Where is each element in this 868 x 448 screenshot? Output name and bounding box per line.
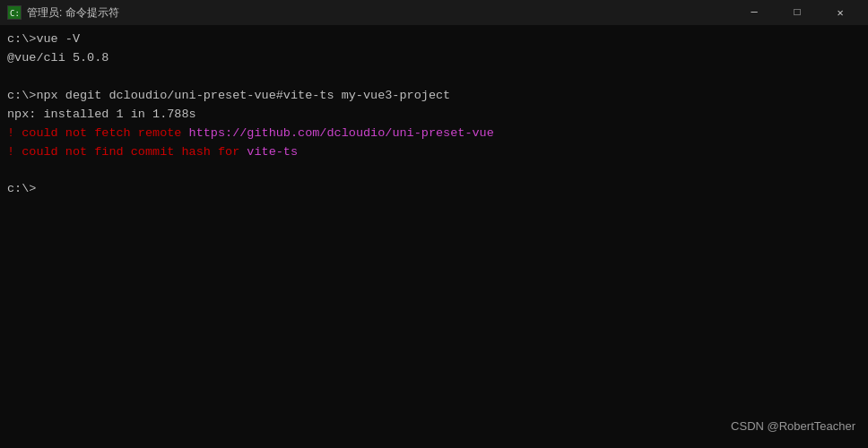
maximize-button[interactable]: □ [777, 0, 818, 25]
terminal-body: c:\>vue -V @vue/cli 5.0.8 c:\>npx degit … [0, 25, 868, 448]
terminal-line-5: npx: installed 1 in 1.788s [7, 106, 861, 125]
svg-text:C:: C: [10, 9, 20, 18]
terminal-line-3 [7, 68, 861, 87]
error-prefix-2: ! could not find commit hash for [7, 145, 247, 159]
titlebar-left: C: 管理员: 命令提示符 [7, 5, 119, 21]
watermark: CSDN @RobertTeacher [731, 418, 855, 435]
titlebar-controls: — □ ✕ [733, 0, 861, 25]
titlebar-title: 管理员: 命令提示符 [27, 5, 119, 21]
terminal-line-7: ! could not find commit hash for vite-ts [7, 143, 861, 162]
watermark-text: CSDN @RobertTeacher [731, 419, 855, 433]
terminal-line-4: c:\>npx degit dcloudio/uni-preset-vue#vi… [7, 87, 861, 106]
cmd-icon: C: [7, 5, 22, 20]
minimize-button[interactable]: — [733, 0, 775, 25]
close-button[interactable]: ✕ [820, 0, 861, 25]
titlebar: C: 管理员: 命令提示符 — □ ✕ [0, 0, 868, 25]
terminal-line-2: @vue/cli 5.0.8 [7, 49, 861, 68]
error-ref: vite-ts [247, 145, 298, 159]
terminal-line-6: ! could not fetch remote https://github.… [7, 125, 861, 143]
error-url: https://github.com/dcloudio/uni-preset-v… [189, 126, 494, 140]
error-prefix-1: ! could not fetch remote [7, 126, 189, 140]
terminal-line-1: c:\>vue -V [7, 30, 861, 49]
terminal-line-8 [7, 161, 861, 180]
terminal-line-9: c:\> [7, 180, 861, 199]
